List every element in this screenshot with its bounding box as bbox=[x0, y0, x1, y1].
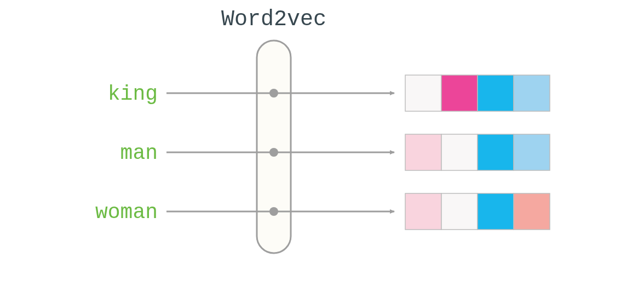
vector-cell bbox=[441, 134, 478, 170]
node-dot bbox=[269, 89, 278, 98]
vector-cell bbox=[441, 193, 478, 230]
vector-cell bbox=[514, 193, 550, 230]
vector-cell bbox=[478, 193, 514, 230]
vector-cell bbox=[405, 134, 441, 170]
input-word: woman bbox=[95, 201, 158, 224]
word2vec-diagram: Word2vec kingmanwoman bbox=[0, 0, 644, 286]
input-word: king bbox=[108, 82, 158, 106]
vector-cell bbox=[405, 193, 441, 230]
input-word: man bbox=[120, 141, 158, 165]
node-dot bbox=[269, 207, 278, 216]
vector-cell bbox=[514, 134, 550, 170]
vector-cell bbox=[514, 75, 550, 111]
diagram-title: Word2vec bbox=[221, 7, 326, 32]
vector-cell bbox=[478, 75, 514, 111]
model-capsule bbox=[257, 41, 291, 253]
vector-cell bbox=[478, 134, 514, 170]
vector-cell bbox=[405, 75, 441, 111]
vector-cell bbox=[441, 75, 478, 111]
node-dot bbox=[269, 148, 278, 157]
